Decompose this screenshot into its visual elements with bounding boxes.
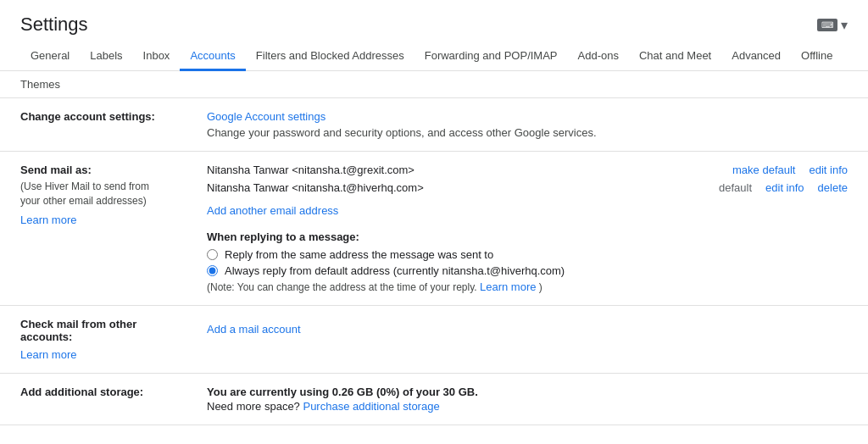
check-mail-label-cell: Check mail from other accounts: Learn mo… [0,306,186,374]
reply-section: When replying to a message: Reply from t… [207,230,848,293]
page-title: Settings [20,14,88,36]
mail-address-row-1: Nitansha Tanwar <nitansha.t@grexit.com> … [207,164,848,176]
tab-filters[interactable]: Filters and Blocked Addresses [246,42,415,71]
section-check-mail: Check mail from other accounts: Learn mo… [0,306,868,374]
tab-forwarding[interactable]: Forwarding and POP/IMAP [415,42,568,71]
radio-same-address: Reply from the same address the message … [207,248,848,261]
add-another-email-link[interactable]: Add another email address [207,204,338,217]
change-account-label-cell: Change account settings: [0,98,186,152]
section-change-account: Change account settings: Google Account … [0,98,868,152]
tabs-row: General Labels Inbox Accounts Filters an… [0,36,868,71]
tab-addons[interactable]: Add-ons [568,42,629,71]
reply-note-text: (Note: You can change the address at the… [207,281,477,293]
purchase-storage-link[interactable]: Purchase additional storage [303,400,439,413]
tab-themes[interactable]: Themes [20,78,60,91]
dropdown-arrow-icon[interactable]: ▾ [841,17,848,33]
radio-default-address-label[interactable]: Always reply from default address (curre… [225,264,565,277]
tab-general[interactable]: General [20,42,80,71]
tab-chat[interactable]: Chat and Meet [629,42,721,71]
storage-label-cell: Add additional storage: [0,374,186,425]
themes-row: Themes [0,71,868,98]
storage-label: Add additional storage: [20,386,143,398]
add-mail-account-link[interactable]: Add a mail account [207,323,301,336]
send-mail-label: Send mail as: [20,164,166,176]
storage-content: You are currently using 0.26 GB (0%) of … [186,374,868,425]
radio-same-address-label[interactable]: Reply from the same address the message … [225,248,493,261]
send-mail-content: Nitansha Tanwar <nitansha.t@grexit.com> … [186,152,868,306]
radio-default-address-input[interactable] [207,265,218,276]
check-mail-learn-more[interactable]: Learn more [20,348,76,361]
storage-desc: Need more space? Purchase additional sto… [207,400,848,413]
change-account-label: Change account settings: [20,110,155,123]
radio-default-address: Always reply from default address (curre… [207,264,848,277]
default-badge: default [719,181,752,194]
make-default-link[interactable]: make default [732,164,795,176]
change-account-content: Google Account settings Change your pass… [186,98,868,152]
reply-note: (Note: You can change the address at the… [207,280,848,293]
mail-address-2: Nitansha Tanwar <nitansha.t@hiverhq.com> [207,181,705,194]
radio-same-address-input[interactable] [207,249,218,260]
section-storage: Add additional storage: You are currentl… [0,374,868,425]
send-mail-learn-more[interactable]: Learn more [20,214,76,226]
section-send-mail: Send mail as: (Use Hiver Mail to send fr… [0,152,868,306]
reply-note-end: ) [539,281,542,293]
reply-label: When replying to a message: [207,230,848,243]
tab-offline[interactable]: Offline [791,42,843,71]
reply-learn-more-link[interactable]: Learn more [480,280,536,293]
edit-info-link-1[interactable]: edit info [809,164,848,176]
settings-table: Change account settings: Google Account … [0,98,868,425]
delete-link[interactable]: delete [818,181,848,194]
send-mail-sublabel: (Use Hiver Mail to send from your other … [20,180,166,208]
tab-advanced[interactable]: Advanced [721,42,791,71]
mail-actions-2: default edit info delete [719,181,848,194]
tab-inbox[interactable]: Inbox [133,42,181,71]
send-mail-label-cell: Send mail as: (Use Hiver Mail to send fr… [0,152,186,306]
mail-actions-1: make default edit info [732,164,848,176]
header: Settings ⌨ ▾ [0,0,868,36]
edit-info-link-2[interactable]: edit info [765,181,804,194]
tab-labels[interactable]: Labels [80,42,132,71]
google-account-settings-link[interactable]: Google Account settings [207,110,326,123]
google-account-desc: Change your password and security option… [207,126,848,139]
tab-accounts[interactable]: Accounts [180,42,245,71]
header-right: ⌨ ▾ [817,17,848,33]
check-mail-label: Check mail from other accounts: [20,318,166,343]
keyboard-icon[interactable]: ⌨ [817,19,837,31]
mail-address-1: Nitansha Tanwar <nitansha.t@grexit.com> [207,164,719,176]
need-more-text: Need more space? [207,400,300,413]
storage-usage: You are currently using 0.26 GB (0%) of … [207,386,848,398]
mail-address-row-2: Nitansha Tanwar <nitansha.t@hiverhq.com>… [207,181,848,194]
check-mail-content: Add a mail account [186,306,868,374]
